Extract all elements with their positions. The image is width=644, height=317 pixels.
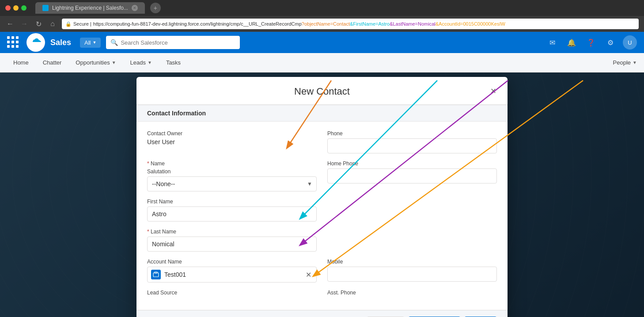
url-base: https://computing-fun-8817-dev-ed.lightn… [93,21,211,27]
tab-close-icon[interactable]: ✕ [132,5,138,11]
secure-label: Secure | [73,21,91,27]
phone-label: Phone [327,130,497,137]
sf-header: Sales All ▼ 🔍 ✉ 🔔 ❓ ⚙ U [0,32,644,53]
form-group-mobile: Mobile [327,259,497,283]
asst-phone-label: Asst. Phone [327,290,497,296]
app-dot [11,45,14,48]
header-icon-4[interactable]: ⚙ [603,35,617,50]
header-icon-3[interactable]: ❓ [584,35,598,50]
lock-icon: 🔒 [65,21,72,27]
form-group-phone: Phone [327,130,497,153]
minimize-traffic-light[interactable] [13,5,19,11]
search-icon: 🔍 [110,39,118,46]
form-body: Contact Owner User User Phone Name [136,122,508,310]
browser-chrome: Lightning Experience | Salesfo... ✕ + ← … [0,0,644,32]
account-icon [151,270,161,279]
account-name-field[interactable]: Test001 ✕ [147,267,317,283]
app-dot [11,36,14,39]
forward-button[interactable]: → [19,20,29,28]
modal-footer: Cancel Save & New Save [136,310,508,317]
last-name-label: Last Name [147,229,317,235]
app-dot [11,41,14,43]
traffic-lights [5,5,27,11]
home-button[interactable]: ⌂ [48,20,57,28]
url-path: lightning/cmp/c__URL_CreateRecordCmp [211,21,301,27]
apps-grid-icon[interactable] [7,36,19,49]
account-icon-svg [153,271,159,278]
back-button[interactable]: ← [5,20,15,28]
modal-body: Contact Information Contact Owner User U… [136,105,508,310]
form-row-account-mobile: Account Name Test001 [147,259,497,283]
opportunities-chevron-icon: ▼ [112,60,116,65]
url-param-accountid: &AccountId=0015C00000KesIW [436,21,505,27]
search-input[interactable] [121,39,235,46]
form-group-spacer-2 [327,229,497,252]
last-name-input[interactable] [147,237,317,252]
nav-item-tasks[interactable]: Tasks [160,55,187,70]
modal-title: New Contact [147,86,497,97]
salesforce-logo [27,33,45,52]
name-label: Name [147,160,317,167]
contact-owner-value: User User [147,138,317,145]
salesforce-app: Sales All ▼ 🔍 ✉ 🔔 ❓ ⚙ U Home Chatter Opp… [0,32,644,317]
form-group-account-name: Account Name Test001 [147,259,317,283]
app-dot [7,41,10,43]
form-group-name: Name Salutation --None-- Mr. Ms. Mrs. Dr… [147,160,317,191]
modal-header: New Contact × [136,77,508,105]
home-phone-input[interactable] [327,168,497,183]
url-param-firstname: &FirstName=Astro [350,21,390,27]
lead-source-label: Lead Source [147,290,317,296]
user-avatar[interactable]: U [623,35,637,50]
account-name-label: Account Name [147,259,317,265]
account-name-text: Test001 [164,271,300,278]
nav-right-people[interactable]: People ▼ [613,59,637,66]
form-group-spacer-1 [327,199,497,222]
salutation-select[interactable]: --None-- Mr. Ms. Mrs. Dr. Prof. [147,176,317,191]
form-group-contact-owner: Contact Owner User User [147,130,317,153]
reload-button[interactable]: ↻ [34,20,43,28]
form-group-home-phone: Home Phone [327,160,497,191]
form-group-first-name: First Name [147,199,317,222]
browser-titlebar: Lightning Experience | Salesfo... ✕ + [0,0,644,16]
contact-owner-label: Contact Owner [147,130,317,137]
salutation-label: Salutation [147,168,317,175]
form-section-header: Contact Information [136,105,508,122]
leads-chevron-icon: ▼ [148,60,152,65]
account-clear-button[interactable]: ✕ [304,270,313,279]
search-all-chevron: ▼ [93,40,97,45]
sf-content-area: New Contact × Contact Information Contac… [0,73,644,317]
address-bar[interactable]: 🔒 Secure | https://computing-fun-8817-de… [62,19,639,29]
form-row-owner-phone: Contact Owner User User Phone [147,130,497,153]
form-row-lastname-spacer: Last Name [147,229,497,252]
nav-item-chatter[interactable]: Chatter [37,55,68,70]
close-traffic-light[interactable] [5,5,11,11]
phone-input[interactable] [327,138,497,153]
new-tab-button[interactable]: + [150,3,161,13]
tab-title: Lightning Experience | Salesfo... [52,5,128,11]
modal-close-button[interactable]: × [486,84,500,98]
url-param-objectname: ?objectName=Contact [302,21,350,27]
nav-item-opportunities[interactable]: Opportunities ▼ [69,55,122,70]
form-group-last-name: Last Name [147,229,317,252]
form-group-asst-phone: Asst. Phone [327,290,497,296]
browser-addressbar: ← → ↻ ⌂ 🔒 Secure | https://computing-fun… [0,16,644,32]
first-name-input[interactable] [147,206,317,222]
header-icon-2[interactable]: 🔔 [564,35,579,50]
form-row-leadsource-asstphone: Lead Source Asst. Phone [147,290,497,296]
browser-tab[interactable]: Lightning Experience | Salesfo... ✕ [35,2,145,14]
nav-item-home[interactable]: Home [7,55,35,70]
salutation-select-wrapper: --None-- Mr. Ms. Mrs. Dr. Prof. ▼ [147,176,317,191]
mobile-input[interactable] [327,267,497,282]
maximize-traffic-light[interactable] [21,5,27,11]
app-dot [16,45,19,48]
search-all-button[interactable]: All ▼ [80,38,101,48]
form-row-name-homephone: Name Salutation --None-- Mr. Ms. Mrs. Dr… [147,160,497,191]
modal-overlay: New Contact × Contact Information Contac… [0,73,644,317]
nav-item-leads[interactable]: Leads ▼ [124,55,158,70]
url-param-lastname: &LastName=Nomical [390,21,436,27]
form-row-firstname-spacer: First Name [147,199,497,222]
search-box-container[interactable]: 🔍 [106,36,240,49]
tab-favicon [42,5,49,11]
home-phone-label: Home Phone [327,160,497,167]
header-icon-1[interactable]: ✉ [545,35,559,50]
